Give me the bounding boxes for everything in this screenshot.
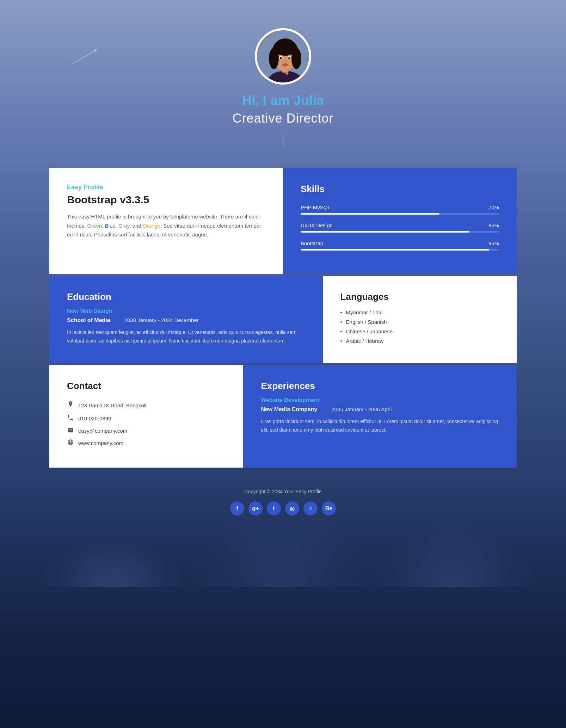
avatar [255,28,311,85]
svg-point-17 [285,72,288,75]
social-twitter-button[interactable]: t [267,501,281,516]
skill-php-percent: 70% [488,204,499,210]
language-chinese: Chinese / Japanese [340,328,499,334]
about-title: Bootstrap v3.3.5 [67,194,265,206]
skill-bootstrap-bar-bg [301,249,499,251]
social-facebook-button[interactable]: f [230,501,244,516]
skill-php-header: PHP MySQL 70% [301,204,499,210]
page-wrapper: Hi, I am Julia Creative Director Easy Pr… [0,0,566,530]
email-icon [67,427,74,434]
footer-social-icons: f g+ t ◎ ○ Be [0,501,566,516]
skill-bootstrap-percent: 95% [488,240,499,246]
experiences-subsection: Website Development [261,397,499,403]
edu-description: In lacinia leo sed quam feugiat, ac effi… [67,328,305,345]
skill-php-bar-fill [301,213,439,215]
social-behance-button[interactable]: Be [322,501,336,516]
education-card: Education New Web Design School of Media… [49,276,323,363]
row-contact-experiences: Contact 123 Rama IX Road, Bangkok [49,365,517,468]
skill-php-name: PHP MySQL [301,204,331,210]
row-about-skills: Easy Profile Bootstrap v3.3.5 This easy … [49,168,517,274]
svg-point-12 [280,57,282,60]
color-orange: Orange [143,223,160,229]
skills-title: Skills [301,184,499,195]
footer: Copyright © 2084 Your Easy Profile f g+ … [0,468,566,530]
contact-email-text: easy@company.com [78,428,127,434]
contact-address: 123 Rama IX Road, Bangkok [67,401,226,409]
easy-profile-label: Easy Profile [67,184,265,191]
about-text: This easy HTML profile is brought to you… [67,212,265,239]
social-googleplus-button[interactable]: g+ [248,501,263,516]
experiences-card: Experiences Website Development New Medi… [243,365,517,468]
experiences-title: Experiences [261,381,499,391]
edu-institution: School of Media [67,317,110,323]
skill-ux: UI/UX Design 85% [301,222,499,233]
svg-point-15 [282,63,288,66]
skill-bootstrap-header: Bootstrap 95% [301,240,499,246]
footer-copyright: Copyright © 2084 Your Easy Profile [0,489,566,494]
skill-php: PHP MySQL 70% [301,204,499,215]
color-gray: Gray [118,223,129,229]
social-dribbble-button[interactable]: ◎ [285,501,299,516]
education-header: School of Media 2030 January - 2034 Dece… [67,317,305,323]
language-english: English / Spanish [340,319,499,325]
skill-ux-header: UI/UX Design 85% [301,222,499,228]
exp-company: New Media Company [261,406,317,413]
contact-address-text: 123 Rama IX Road, Bangkok [78,402,147,408]
contact-website-text: www.company.com [78,440,123,446]
hero-section: Hi, I am Julia Creative Director [0,0,566,168]
edu-dates: 2030 January - 2034 December [124,317,199,323]
skill-ux-bar-fill [301,231,469,233]
language-arabic: Arabic / Hebrew [340,338,499,344]
contact-phone-text: 010-020-0890 [78,415,111,421]
globe-icon [67,439,74,446]
exp-dates: 2035 January - 2036 April [331,406,392,412]
hero-greeting: Hi, I am Julia [0,93,566,108]
svg-point-14 [284,61,286,63]
skill-php-bar-bg [301,213,499,215]
skill-ux-name: UI/UX Design [301,222,333,228]
contact-phone: 010-020-0890 [67,415,226,422]
row-education-languages: Education New Web Design School of Media… [49,276,517,363]
content-area: Easy Profile Bootstrap v3.3.5 This easy … [0,168,566,468]
contact-title: Contact [67,381,226,391]
education-title: Education [67,291,305,302]
location-icon [67,401,74,409]
skill-ux-bar-bg [301,231,499,233]
about-card: Easy Profile Bootstrap v3.3.5 This easy … [49,168,283,274]
avatar-image [257,30,311,85]
svg-rect-16 [275,73,296,85]
contact-website: www.company.com [67,439,226,446]
hero-title: Creative Director [0,111,566,126]
svg-point-9 [274,42,296,56]
skill-bootstrap-bar-fill [301,249,489,251]
contact-email: easy@company.com [67,427,226,434]
language-myanmar: Myanmar / Thai [340,309,499,315]
color-green: Green [87,223,102,229]
decorative-arrow [72,49,97,64]
languages-card: Languages Myanmar / Thai English / Spani… [323,276,517,363]
exp-description: Cras porta tincidunt sem, in sollicitudi… [261,418,499,434]
education-subsection: New Web Design [67,308,305,314]
color-blue: Blue [105,223,116,229]
skills-card: Skills PHP MySQL 70% UI/UX Design 85% [283,168,517,274]
skill-bootstrap-name: Bootstrap [301,240,323,246]
svg-point-13 [288,57,290,60]
languages-title: Languages [340,291,499,302]
skill-bootstrap: Bootstrap 95% [301,240,499,251]
language-list: Myanmar / Thai English / Spanish Chinese… [340,309,499,344]
social-github-button[interactable]: ○ [303,501,318,516]
skill-ux-percent: 85% [488,222,499,228]
experiences-header: New Media Company 2035 January - 2036 Ap… [261,406,499,413]
phone-icon [67,415,74,422]
contact-card: Contact 123 Rama IX Road, Bangkok [49,365,243,468]
